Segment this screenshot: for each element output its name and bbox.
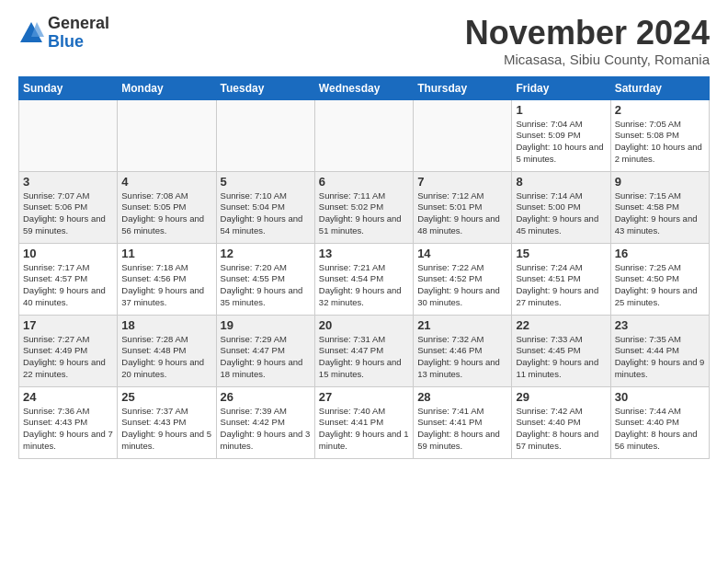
- day-number: 6: [319, 175, 409, 189]
- calendar-cell: 6Sunrise: 7:11 AMSunset: 5:02 PMDaylight…: [314, 171, 413, 243]
- calendar-cell: 10Sunrise: 7:17 AMSunset: 4:57 PMDayligh…: [19, 243, 118, 315]
- day-info: Sunrise: 7:08 AMSunset: 5:05 PMDaylight:…: [121, 190, 211, 237]
- day-info: Sunrise: 7:32 AMSunset: 4:46 PMDaylight:…: [417, 334, 507, 381]
- day-info: Sunrise: 7:44 AMSunset: 4:40 PMDaylight:…: [615, 406, 705, 453]
- calendar-cell: 29Sunrise: 7:42 AMSunset: 4:40 PMDayligh…: [512, 386, 610, 458]
- col-thursday: Thursday: [414, 76, 512, 99]
- day-info: Sunrise: 7:10 AMSunset: 5:04 PMDaylight:…: [221, 190, 311, 237]
- day-info: Sunrise: 7:39 AMSunset: 4:42 PMDaylight:…: [221, 406, 311, 453]
- calendar-cell: 9Sunrise: 7:15 AMSunset: 4:58 PMDaylight…: [610, 171, 709, 243]
- col-tuesday: Tuesday: [216, 76, 314, 99]
- calendar-cell: [414, 99, 512, 171]
- calendar-cell: [19, 99, 118, 171]
- month-title: November 2024: [465, 15, 710, 52]
- calendar-cell: 26Sunrise: 7:39 AMSunset: 4:42 PMDayligh…: [216, 386, 314, 458]
- calendar-table: Sunday Monday Tuesday Wednesday Thursday…: [18, 76, 710, 459]
- day-info: Sunrise: 7:15 AMSunset: 4:58 PMDaylight:…: [615, 190, 705, 237]
- day-info: Sunrise: 7:37 AMSunset: 4:43 PMDaylight:…: [121, 406, 211, 453]
- day-number: 19: [221, 318, 311, 332]
- day-number: 26: [221, 390, 311, 404]
- day-number: 22: [516, 318, 606, 332]
- day-number: 28: [417, 390, 507, 404]
- day-number: 23: [615, 318, 705, 332]
- calendar-cell: 1Sunrise: 7:04 AMSunset: 5:09 PMDaylight…: [512, 99, 610, 171]
- day-info: Sunrise: 7:33 AMSunset: 4:45 PMDaylight:…: [516, 334, 606, 381]
- calendar-cell: 8Sunrise: 7:14 AMSunset: 5:00 PMDaylight…: [512, 171, 610, 243]
- day-number: 16: [615, 247, 705, 260]
- day-info: Sunrise: 7:24 AMSunset: 4:51 PMDaylight:…: [516, 262, 606, 309]
- day-number: 20: [319, 318, 409, 332]
- calendar-cell: 14Sunrise: 7:22 AMSunset: 4:52 PMDayligh…: [414, 243, 512, 315]
- day-number: 7: [417, 175, 507, 189]
- calendar-row-0: 1Sunrise: 7:04 AMSunset: 5:09 PMDaylight…: [19, 99, 710, 171]
- day-number: 11: [121, 247, 211, 260]
- calendar-cell: 22Sunrise: 7:33 AMSunset: 4:45 PMDayligh…: [512, 315, 610, 386]
- calendar-cell: 7Sunrise: 7:12 AMSunset: 5:01 PMDaylight…: [414, 171, 512, 243]
- page: General Blue November 2024 Micasasa, Sib…: [0, 0, 728, 563]
- col-wednesday: Wednesday: [314, 76, 413, 99]
- calendar-cell: 27Sunrise: 7:40 AMSunset: 4:41 PMDayligh…: [314, 386, 413, 458]
- day-info: Sunrise: 7:40 AMSunset: 4:41 PMDaylight:…: [319, 406, 409, 453]
- title-section: November 2024 Micasasa, Sibiu County, Ro…: [465, 15, 710, 67]
- calendar-cell: 16Sunrise: 7:25 AMSunset: 4:50 PMDayligh…: [610, 243, 709, 315]
- calendar-cell: 2Sunrise: 7:05 AMSunset: 5:08 PMDaylight…: [610, 99, 709, 171]
- calendar-cell: 18Sunrise: 7:28 AMSunset: 4:48 PMDayligh…: [118, 315, 216, 386]
- day-info: Sunrise: 7:36 AMSunset: 4:43 PMDaylight:…: [23, 406, 113, 453]
- calendar-cell: 24Sunrise: 7:36 AMSunset: 4:43 PMDayligh…: [19, 386, 118, 458]
- day-info: Sunrise: 7:29 AMSunset: 4:47 PMDaylight:…: [221, 334, 311, 381]
- logo-text: General Blue: [48, 15, 109, 52]
- calendar-cell: 4Sunrise: 7:08 AMSunset: 5:05 PMDaylight…: [118, 171, 216, 243]
- logo-general: General: [48, 15, 109, 33]
- location: Micasasa, Sibiu County, Romania: [465, 52, 710, 67]
- calendar-cell: 28Sunrise: 7:41 AMSunset: 4:41 PMDayligh…: [414, 386, 512, 458]
- day-number: 5: [221, 175, 311, 189]
- calendar-cell: 30Sunrise: 7:44 AMSunset: 4:40 PMDayligh…: [610, 386, 709, 458]
- logo-blue: Blue: [48, 33, 109, 52]
- day-number: 13: [319, 247, 409, 260]
- calendar-cell: 11Sunrise: 7:18 AMSunset: 4:56 PMDayligh…: [118, 243, 216, 315]
- day-number: 18: [121, 318, 211, 332]
- header: General Blue November 2024 Micasasa, Sib…: [18, 15, 710, 67]
- calendar-header-row: Sunday Monday Tuesday Wednesday Thursday…: [19, 76, 710, 99]
- calendar-cell: 23Sunrise: 7:35 AMSunset: 4:44 PMDayligh…: [610, 315, 709, 386]
- day-info: Sunrise: 7:05 AMSunset: 5:08 PMDaylight:…: [615, 119, 705, 166]
- calendar-row-3: 17Sunrise: 7:27 AMSunset: 4:49 PMDayligh…: [19, 315, 710, 386]
- day-info: Sunrise: 7:28 AMSunset: 4:48 PMDaylight:…: [121, 334, 211, 381]
- day-info: Sunrise: 7:04 AMSunset: 5:09 PMDaylight:…: [516, 119, 606, 166]
- day-info: Sunrise: 7:07 AMSunset: 5:06 PMDaylight:…: [23, 190, 113, 237]
- day-number: 8: [516, 175, 606, 189]
- calendar-cell: 21Sunrise: 7:32 AMSunset: 4:46 PMDayligh…: [414, 315, 512, 386]
- day-number: 9: [615, 175, 705, 189]
- day-number: 25: [121, 390, 211, 404]
- day-info: Sunrise: 7:27 AMSunset: 4:49 PMDaylight:…: [23, 334, 113, 381]
- calendar-cell: 17Sunrise: 7:27 AMSunset: 4:49 PMDayligh…: [19, 315, 118, 386]
- day-number: 15: [516, 247, 606, 260]
- day-info: Sunrise: 7:35 AMSunset: 4:44 PMDaylight:…: [615, 334, 705, 381]
- day-info: Sunrise: 7:11 AMSunset: 5:02 PMDaylight:…: [319, 190, 409, 237]
- day-number: 2: [615, 103, 705, 117]
- day-number: 29: [516, 390, 606, 404]
- calendar-cell: 13Sunrise: 7:21 AMSunset: 4:54 PMDayligh…: [314, 243, 413, 315]
- calendar-cell: [118, 99, 216, 171]
- calendar-row-4: 24Sunrise: 7:36 AMSunset: 4:43 PMDayligh…: [19, 386, 710, 458]
- day-number: 21: [417, 318, 507, 332]
- day-number: 10: [23, 247, 113, 260]
- day-number: 24: [23, 390, 113, 404]
- day-info: Sunrise: 7:20 AMSunset: 4:55 PMDaylight:…: [221, 262, 311, 309]
- calendar-cell: 3Sunrise: 7:07 AMSunset: 5:06 PMDaylight…: [19, 171, 118, 243]
- calendar-row-2: 10Sunrise: 7:17 AMSunset: 4:57 PMDayligh…: [19, 243, 710, 315]
- calendar-cell: 19Sunrise: 7:29 AMSunset: 4:47 PMDayligh…: [216, 315, 314, 386]
- day-number: 27: [319, 390, 409, 404]
- day-info: Sunrise: 7:31 AMSunset: 4:47 PMDaylight:…: [319, 334, 409, 381]
- col-saturday: Saturday: [610, 76, 709, 99]
- logo-icon: [18, 20, 44, 46]
- day-info: Sunrise: 7:41 AMSunset: 4:41 PMDaylight:…: [417, 406, 507, 453]
- day-number: 3: [23, 175, 113, 189]
- logo: General Blue: [18, 15, 109, 52]
- calendar-cell: 15Sunrise: 7:24 AMSunset: 4:51 PMDayligh…: [512, 243, 610, 315]
- calendar-cell: [216, 99, 314, 171]
- col-monday: Monday: [118, 76, 216, 99]
- calendar-cell: 12Sunrise: 7:20 AMSunset: 4:55 PMDayligh…: [216, 243, 314, 315]
- day-info: Sunrise: 7:18 AMSunset: 4:56 PMDaylight:…: [121, 262, 211, 309]
- calendar-cell: 20Sunrise: 7:31 AMSunset: 4:47 PMDayligh…: [314, 315, 413, 386]
